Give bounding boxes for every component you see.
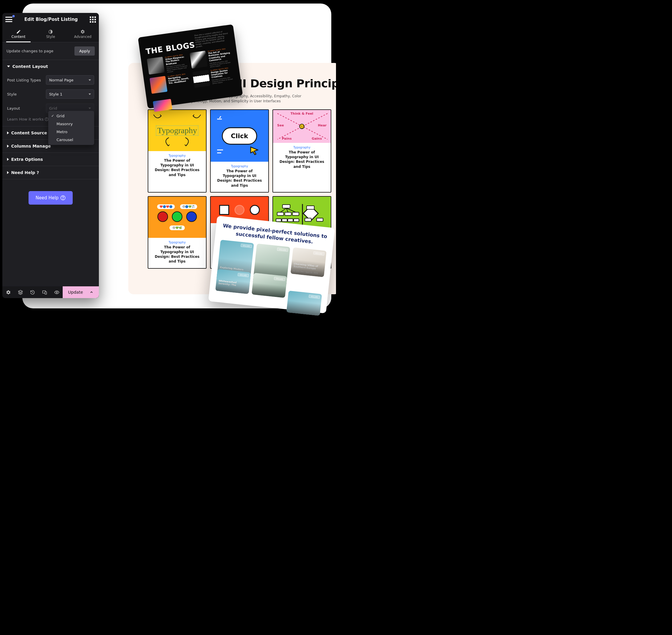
- card-art-typography: Typography: [148, 110, 206, 151]
- section-need-help: Need Help ?: [2, 166, 99, 179]
- preview-card[interactable]: ❤️🔵❤️🔵 😊🔵💚🎵 😊💚🌿 Typography The Power of …: [148, 196, 207, 269]
- dropdown-option[interactable]: Grid: [48, 112, 94, 120]
- svg-rect-10: [277, 212, 284, 216]
- blogs-preview-card: Dive into a curated collection of though…: [138, 24, 243, 109]
- apps-grid-icon[interactable]: [90, 17, 96, 23]
- empathy-label: See: [277, 124, 284, 127]
- chevron-right-icon: [7, 131, 9, 134]
- responsive-icon[interactable]: [39, 286, 50, 298]
- svg-rect-22: [305, 218, 311, 221]
- svg-rect-13: [276, 219, 281, 222]
- villa-tag: VILLAS: [313, 251, 325, 256]
- pencil-icon: [16, 29, 21, 34]
- preview-card[interactable]: Think & Feel See Hear Pains Gains Typogr…: [272, 109, 331, 193]
- chevron-right-icon: [7, 145, 9, 148]
- chevron-down-icon: [88, 79, 91, 81]
- editor-bottombar: Update: [2, 286, 99, 298]
- preview-icon[interactable]: [50, 286, 63, 298]
- chevron-down-icon: [88, 108, 91, 109]
- blog-thumb[interactable]: [190, 50, 208, 68]
- dropdown-option[interactable]: Masonry: [48, 120, 94, 128]
- section-title: Columns Manage: [11, 144, 51, 149]
- villa-item[interactable]: VILLAS Whitewashed Serenity: The: [215, 269, 251, 294]
- blog-thumb[interactable]: [192, 70, 210, 88]
- apply-row: Update changes to page Apply: [2, 42, 99, 60]
- svg-marker-0: [251, 147, 258, 155]
- need-help-button[interactable]: Need Help: [28, 191, 73, 204]
- villa-item[interactable]: VILLAS Charming Villas of Southern Europ…: [290, 247, 327, 277]
- card-category[interactable]: Typography: [152, 154, 202, 157]
- tab-content[interactable]: Content: [2, 26, 35, 42]
- empathy-label: Pains: [282, 137, 292, 140]
- dropdown-option[interactable]: Carousel: [48, 136, 94, 144]
- villa-tag: VILLAS: [274, 277, 286, 281]
- villa-tag: VILLAS: [241, 244, 252, 248]
- update-button[interactable]: Update: [63, 286, 99, 298]
- card-category[interactable]: Typography: [215, 165, 264, 168]
- contrast-icon: [48, 29, 53, 34]
- select-style[interactable]: Style 1: [46, 89, 94, 99]
- card-art-colorpsych: ❤️🔵❤️🔵 😊🔵💚🎵 😊💚🌿: [148, 197, 206, 238]
- villa-tag: VILLAS: [277, 247, 288, 252]
- empathy-label: Hear: [318, 124, 327, 127]
- editor-tabs: Content Style Advanced: [2, 26, 99, 42]
- tab-style[interactable]: Style: [35, 26, 66, 42]
- chevron-up-icon: [89, 290, 93, 294]
- card-title: The Power of Typography in UI Design: Be…: [277, 150, 327, 169]
- field-label: Style: [7, 92, 44, 96]
- svg-point-34: [56, 292, 57, 293]
- svg-line-17: [280, 208, 286, 212]
- svg-rect-12: [292, 212, 299, 216]
- villa-item[interactable]: VILLAS: [286, 290, 322, 316]
- svg-point-7: [301, 126, 302, 127]
- blog-post[interactable]: by admin / April 6, 2024 Navigating Crea…: [168, 72, 192, 91]
- section-extra-options: Extra Options: [2, 153, 99, 166]
- section-header[interactable]: Extra Options: [2, 153, 99, 166]
- svg-point-8: [303, 126, 303, 127]
- blogs-intro: Dive into a curated collection of though…: [194, 30, 230, 48]
- empathy-label: Think & Feel: [290, 112, 313, 115]
- select-post-listing-types[interactable]: Normal Page: [46, 75, 94, 85]
- click-bubble: Click: [222, 127, 257, 145]
- svg-rect-16: [294, 219, 299, 222]
- dropdown-option[interactable]: Metro: [48, 128, 94, 136]
- chevron-down-icon: [88, 93, 91, 95]
- svg-rect-24: [307, 206, 314, 209]
- villa-tag: VILLAS: [238, 273, 249, 277]
- chevron-right-icon: [7, 171, 9, 174]
- villa-tag: VILLAS: [309, 294, 320, 299]
- tab-label: Advanced: [74, 35, 91, 39]
- preview-card[interactable]: Typography Typography The Power of Typog…: [148, 109, 207, 193]
- section-header[interactable]: Content Layout: [2, 60, 99, 73]
- blog-post[interactable]: by admin / April 6, 2024 The Art of Busi…: [208, 47, 233, 68]
- preview-card[interactable]: Click Typography The Power of Typography…: [210, 109, 269, 193]
- section-header[interactable]: Need Help ?: [2, 166, 99, 179]
- blog-thumb[interactable]: [149, 76, 167, 94]
- villa-item[interactable]: VILLAS: [252, 273, 287, 298]
- editor-panel: Edit Blog/Post Listing Content Style Adv…: [2, 13, 99, 298]
- gear-icon: [80, 29, 85, 34]
- apply-label: Update changes to page: [6, 49, 54, 53]
- hamburger-icon[interactable]: [5, 17, 12, 22]
- villas-preview-card: We provide pixel-perfect solutions to su…: [208, 216, 335, 313]
- blog-thumb[interactable]: [147, 57, 165, 75]
- tab-advanced[interactable]: Advanced: [67, 26, 99, 42]
- history-icon[interactable]: [26, 286, 39, 298]
- svg-rect-23: [317, 218, 323, 221]
- tab-label: Style: [46, 35, 55, 39]
- field-label: Post Listing Types: [7, 78, 44, 82]
- svg-rect-14: [282, 219, 287, 222]
- blog-post[interactable]: by admin / April 6, 2024 Urban Elegance:…: [165, 53, 190, 74]
- svg-point-28: [46, 118, 47, 118]
- layers-icon[interactable]: [15, 286, 26, 298]
- apply-button[interactable]: Apply: [75, 46, 95, 56]
- blog-post[interactable]: by admin / April 6, 2024 Design Quotes I…: [210, 66, 235, 85]
- card-art-click: Click: [211, 110, 268, 162]
- field-post-listing-types: Post Listing Types Normal Page: [2, 73, 99, 87]
- settings-icon[interactable]: [2, 286, 15, 298]
- card-category[interactable]: Typography: [152, 241, 202, 244]
- svg-line-2: [219, 116, 221, 118]
- card-category[interactable]: Typography: [277, 146, 327, 149]
- editor-title: Edit Blog/Post Listing: [24, 17, 78, 22]
- svg-rect-9: [282, 204, 290, 208]
